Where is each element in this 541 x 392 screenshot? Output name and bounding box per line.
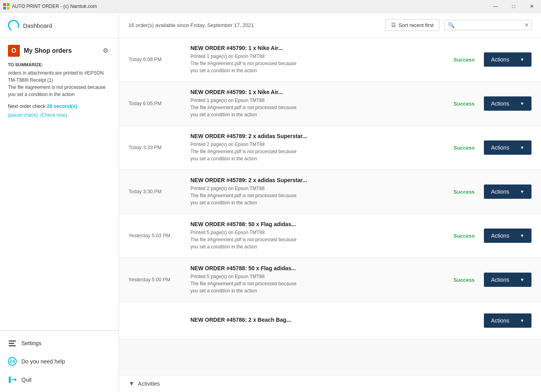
order-title: NEW ORDER #45788: 50 x Flag adidas... (190, 221, 438, 227)
order-sub: Printed 5 page(s) on Epson TMT88The file… (190, 273, 438, 294)
actions-label: Actions (491, 100, 509, 107)
order-status: Success (444, 189, 484, 195)
order-time: Today 6:08 PM (129, 57, 184, 62)
order-row: Yesterday 5:03 PM NEW ORDER #45788: 50 x… (119, 214, 541, 258)
actions-button[interactable]: Actions ▼ (484, 184, 531, 199)
order-row: Today 6:08 PM NEW ORDER #45790: 1 x Nike… (119, 38, 541, 82)
order-time: Today 6:05 PM (129, 101, 184, 106)
order-status: Success (444, 101, 484, 107)
dropdown-arrow-icon: ▼ (520, 145, 524, 150)
order-status: Success (444, 57, 484, 63)
order-details: NEW ORDER #45789: 2 x adidas Superstar..… (184, 133, 444, 162)
dropdown-arrow-icon: ▼ (520, 189, 524, 194)
dropdown-arrow-icon: ▼ (520, 277, 524, 282)
svg-rect-2 (3, 7, 6, 10)
actions-button[interactable]: Actions ▼ (484, 273, 531, 287)
app-container: Dashboard O My Shop orders ⚙ TO SUMMARIZ… (0, 13, 541, 392)
order-title: NEW ORDER #45790: 1 x Nike Air... (190, 45, 438, 51)
dropdown-arrow-icon: ▼ (520, 57, 524, 62)
dashboard-icon (6, 18, 21, 33)
order-details: NEW ORDER #45786: 2 x Beach Bag... (184, 317, 444, 325)
maximize-button[interactable]: □ (505, 0, 523, 13)
actions-button[interactable]: Actions ▼ (484, 313, 531, 328)
actions-label: Actions (491, 317, 509, 324)
svg-rect-1 (7, 3, 10, 6)
sidebar-shop-section: O My Shop orders ⚙ TO SUMMARIZE: orders … (0, 38, 119, 331)
order-title: NEW ORDER #45789: 2 x adidas Superstar..… (190, 177, 438, 183)
window-controls: — □ ✕ (486, 0, 541, 13)
order-sub: Printed 5 page(s) on Epson TMT88The file… (190, 229, 438, 250)
sidebar-item-help[interactable]: 24 Do you need help (0, 352, 119, 371)
order-row: Yesterday 5:00 PM NEW ORDER #45788: 50 x… (119, 258, 541, 302)
actions-button[interactable]: Actions ▼ (484, 229, 531, 243)
office365-icon: O (8, 45, 20, 57)
main-content: 16 order(s) available since Friday, Sept… (119, 13, 541, 392)
main-header: 16 order(s) available since Friday, Sept… (119, 13, 541, 38)
order-time: Yesterday 5:00 PM (129, 277, 184, 282)
order-row: Today 6:05 PM NEW ORDER #45790: 1 x Nike… (119, 82, 541, 126)
order-status: Success (444, 233, 484, 239)
minimize-button[interactable]: — (486, 0, 505, 13)
summary-label: TO SUMMARIZE: (8, 62, 111, 67)
help-label: Do you need help (21, 358, 65, 365)
shop-title: My Shop orders (24, 47, 99, 54)
actions-button[interactable]: Actions ▼ (484, 140, 531, 155)
settings-label: Settings (21, 340, 42, 346)
search-icon: 🔍 (448, 22, 455, 28)
actions-label: Actions (491, 56, 509, 63)
sidebar-dashboard-item[interactable]: Dashboard (0, 13, 119, 38)
help-icon: 24 (8, 357, 17, 366)
dropdown-arrow-icon: ▼ (520, 233, 524, 238)
sidebar-item-settings[interactable]: Settings (0, 334, 119, 352)
order-status: Success (444, 145, 484, 151)
window-title: AUTO PRINT ORDER - (c) Namtuk.com (12, 4, 538, 9)
activities-chevron-icon: ▼ (129, 380, 135, 387)
summary-text: orders in attachments are printed to #EP… (8, 69, 111, 98)
summary-line-1: orders in attachments are printed to #EP… (8, 70, 104, 83)
actions-button[interactable]: Actions ▼ (484, 52, 531, 67)
sort-button[interactable]: ☰ Sort recent first (385, 19, 439, 31)
actions-button[interactable]: Actions ▼ (484, 96, 531, 111)
order-details: NEW ORDER #45790: 1 x Nike Air... Printe… (184, 89, 444, 118)
order-status: Success (444, 277, 484, 283)
actions-label: Actions (491, 277, 509, 283)
sort-label: Sort recent first (399, 22, 434, 28)
order-title: NEW ORDER #45788: 50 x Flag adidas... (190, 265, 438, 271)
order-title: NEW ORDER #45790: 1 x Nike Air... (190, 89, 438, 95)
summary-line-2: The file #agreement is not processed bec… (8, 85, 106, 97)
order-time: Today 3:33 PM (129, 145, 184, 150)
sidebar-bottom-nav: Settings 24 Do you need help Quit (0, 331, 119, 392)
order-title: NEW ORDER #45786: 2 x Beach Bag... (190, 317, 438, 323)
order-sub: Printed 2 page(s) on Epson TMT88The file… (190, 185, 438, 206)
search-input[interactable] (457, 22, 524, 28)
orders-list: Today 6:08 PM NEW ORDER #45790: 1 x Nike… (119, 38, 541, 375)
app-icon (3, 3, 10, 10)
activities-bar[interactable]: ▼ Activities (119, 375, 541, 392)
search-box: 🔍 ✕ (444, 20, 531, 30)
search-clear-button[interactable]: ✕ (524, 22, 530, 28)
svg-rect-3 (7, 7, 10, 10)
next-check-value: 26 second(s) (47, 104, 77, 109)
order-row: Today 3:33 PM NEW ORDER #45789: 2 x adid… (119, 126, 541, 170)
actions-label: Actions (491, 233, 509, 239)
order-row: NEW ORDER #45786: 2 x Beach Bag... Actio… (119, 302, 541, 340)
title-bar: AUTO PRINT ORDER - (c) Namtuk.com — □ ✕ (0, 0, 541, 13)
close-button[interactable]: ✕ (523, 0, 541, 13)
dropdown-arrow-icon: ▼ (520, 101, 524, 106)
sidebar-item-quit[interactable]: Quit (0, 371, 119, 389)
order-time: Today 3:30 PM (129, 189, 184, 194)
svg-rect-0 (3, 3, 6, 6)
gear-icon[interactable]: ⚙ (103, 47, 111, 55)
orders-count: 16 order(s) available since Friday, Sept… (129, 22, 380, 28)
sidebar-links: (pause check) (Check now) (8, 112, 111, 118)
quit-icon (8, 375, 17, 384)
sidebar: Dashboard O My Shop orders ⚙ TO SUMMARIZ… (0, 13, 119, 392)
settings-icon (8, 339, 17, 348)
order-details: NEW ORDER #45788: 50 x Flag adidas... Pr… (184, 221, 444, 250)
activities-label: Activities (138, 380, 160, 387)
check-now-link[interactable]: (Check now) (40, 112, 67, 118)
order-details: NEW ORDER #45789: 2 x adidas Superstar..… (184, 177, 444, 206)
pause-check-link[interactable]: (pause check) (8, 112, 38, 118)
dashboard-label: Dashboard (23, 22, 52, 29)
order-details: NEW ORDER #45790: 1 x Nike Air... Printe… (184, 45, 444, 74)
